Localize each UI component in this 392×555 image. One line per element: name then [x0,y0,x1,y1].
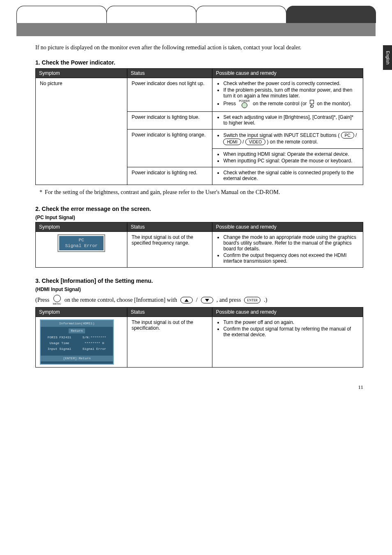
t1-col-sym: Symptom [36,69,127,78]
t2-symptom: PC Signal Error [36,232,127,268]
down-button-icon [201,297,213,303]
power-label: POWER [239,99,249,102]
sect3-title: Check [Information] of the Setting menu. [42,278,153,284]
t1-col-act: Possible cause and remedy [212,69,363,78]
il-e: .) [264,297,267,303]
section2-heading: 2. Check the error message on the screen… [35,206,363,212]
t3-col-stat: Status [127,308,212,317]
t2-col-stat: Status [127,222,212,232]
t1-r3-a1: Switch the input signal with INPUT SELEC… [223,132,339,138]
hdmi-return: Return [69,328,85,333]
t1-symptom: No picture [36,78,127,185]
t2-col-sym: Symptom [36,222,127,232]
video-button: VIDEO [245,139,265,145]
header-graybar [16,23,376,36]
t1-r2-act: Set each adjusting value in [Brightness]… [212,112,363,130]
page-number: 11 [0,384,363,391]
t3-col-sym: Symptom [36,308,127,317]
header-tabs [16,6,376,23]
asterisk-icon: * [39,189,42,196]
tab-3 [196,6,286,23]
il-a: (Press [35,297,49,303]
t2-a2: Confirm the output frequency does not ex… [223,252,359,264]
t1-r4-a1: When inputting HDMI signal: Operate the … [223,151,359,157]
t3-a2: Confirm the output signal format by refe… [223,326,359,338]
pc-button: PC [341,132,354,139]
hdmi-r3b: Signal Error [78,347,111,352]
t1-r1-a3a: Press [223,101,236,106]
tab-4-active [286,6,376,23]
info-instruction-line: (Press MENU on the remote control, choos… [35,295,363,305]
t1-r1-act: Check whether the power cord is correctl… [212,78,363,112]
language-sidetab: English [383,45,392,70]
t3-act: Turn the power off and on again. Confirm… [212,317,363,368]
hdmi-title: Information(HDMI1) [41,320,113,327]
t2-a1: Change the mode to an appropriate mode u… [223,234,359,252]
t3-a1: Turn the power off and on again. [223,319,359,325]
t1-r1-a3c: on the monitor). [317,101,351,106]
hdmi-info-menu: Information(HDMI1) Return FORIS FX2431 S… [40,319,114,365]
sect1-title: Check the Power indicator. [42,59,115,66]
hdmi-r3a: Input Signal [43,347,76,352]
table1-power-indicator: Symptom Status Possible cause and remedy… [35,68,363,185]
il-b: on the remote control, choose [Informati… [65,297,177,303]
t2-act: Change the mode to an appropriate mode u… [212,232,363,268]
sect2-sub: (PC Input Signal) [35,215,363,220]
enter-button-icon: ENTER [244,297,261,303]
t1-r1-a3b: on the remote control (or [253,101,307,106]
hdmi-r1b: S/N:******** [78,335,111,340]
il-c: / [196,297,198,303]
footnote-text: For the setting of the brightness, contr… [45,189,280,196]
hdmi-foot: [ENTER]:Return [41,356,113,361]
menu-label: MENU [53,302,61,305]
pc-signal-error-box: PC Signal Error [58,234,105,252]
t1-r1-a3: Press POWER on the remote control (or ⏻ … [223,99,359,108]
hdmi-r2a: Usage Time [43,341,76,346]
table3-hdmi-info: Symptom Status Possible cause and remedy… [35,307,363,368]
t1-r1-a1: Check whether the power cord is correctl… [223,81,359,86]
t1-r2-stat: Power indicator is lighting blue. [127,112,212,130]
t1-r3-stat: Power indicator is lighting orange. [127,130,212,167]
t1-r4-a2: When inputting PC signal: Operate the mo… [223,158,359,164]
footnote: * For the setting of the brightness, con… [39,189,363,196]
tab-2 [106,6,197,23]
hdmi-r1a: FORIS FX2431 [43,335,76,340]
t1-r5-stat: Power indicator is lighting red. [127,167,212,185]
t1-r3-act: Switch the input signal with INPUT SELEC… [212,130,363,149]
sect2-title: Check the error message on the screen. [42,206,151,212]
t3-symptom: Information(HDMI1) Return FORIS FX2431 S… [36,317,127,368]
tab-1 [16,6,107,23]
sect3-num: 3. [35,278,40,284]
menu-button-icon [53,295,61,302]
up-button-icon [180,297,193,303]
section1-heading: 1. Check the Power indicator. [35,59,363,66]
section3-heading: 3. Check [Information] of the Setting me… [35,278,363,284]
power-led-icon: POWER [239,99,249,108]
hdmi-r2b: ******** H [78,341,111,346]
il-d: , and press [217,297,241,303]
table2-pc-signal: Symptom Status Possible cause and remedy… [35,222,363,268]
power-button-icon: ⏻ [310,100,314,108]
t2-stat: The input signal is out of the specified… [127,232,212,268]
t3-col-act: Possible cause and remedy [212,308,363,317]
t1-r5-act: Check whether the signal cable is connec… [212,167,363,185]
t1-r1-a2: If the problem persists, turn off the mo… [223,87,359,99]
sect1-num: 1. [35,59,40,66]
sect3-sub: (HDMI Input Signal) [35,287,363,292]
t3-stat: The input signal is out of the specifica… [127,317,212,368]
t1-r3-a2: ) on the remote control. [267,139,318,145]
sect2-num: 2. [35,206,40,212]
t1-r1-stat: Power indicator does not light up. [127,78,212,112]
intro-text: If no picture is displayed on the monito… [35,44,363,51]
t1-r4-act: When inputting HDMI signal: Operate the … [212,149,363,167]
t2-col-act: Possible cause and remedy [212,222,363,232]
hdmi-button: HDMI [223,139,241,145]
t1-col-stat: Status [127,69,212,78]
